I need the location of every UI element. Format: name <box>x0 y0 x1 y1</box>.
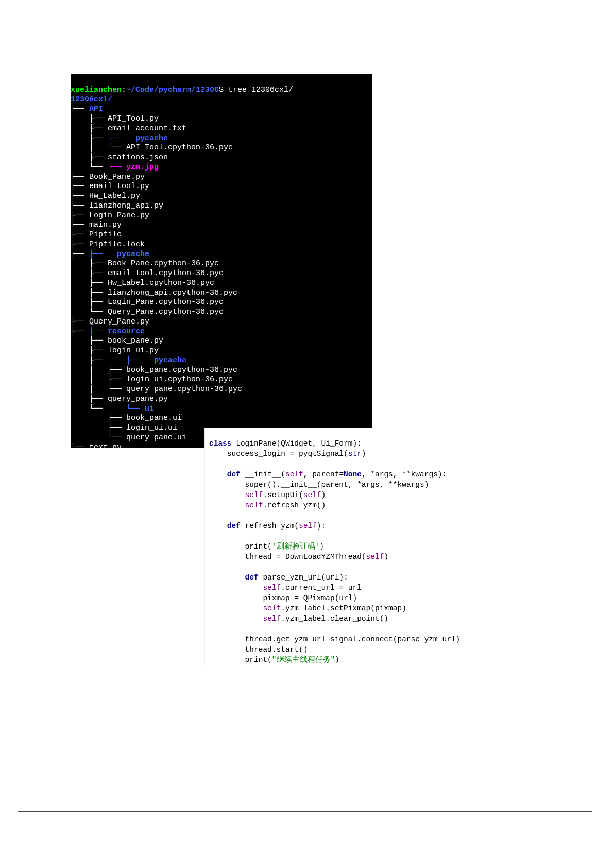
dir-api: API <box>89 105 103 113</box>
divider-line <box>18 811 592 812</box>
terminal-window: xuelianchen:~/Code/pycharm/12306$ tree 1… <box>71 74 372 448</box>
terminal-command: tree 12306cxl/ <box>224 86 293 94</box>
dir-resource: ├── resource <box>89 327 145 336</box>
terminal-path: ~/Code/pycharm/12306 <box>126 86 219 94</box>
terminal-user: xuelianchen <box>71 86 122 94</box>
keyword-class: class <box>209 439 232 448</box>
dir-ui: │ └── ui <box>108 404 154 413</box>
tree-root: 12306cxl/ <box>71 95 112 104</box>
file-yzm-jpg: └── yzm.jpg <box>108 163 159 172</box>
dir-pycache: ├── __pycache__ <box>108 134 177 143</box>
code-editor[interactable]: class LoginPane(QWidget, Ui_Form): succe… <box>204 428 559 665</box>
text-cursor-icon <box>559 688 559 698</box>
